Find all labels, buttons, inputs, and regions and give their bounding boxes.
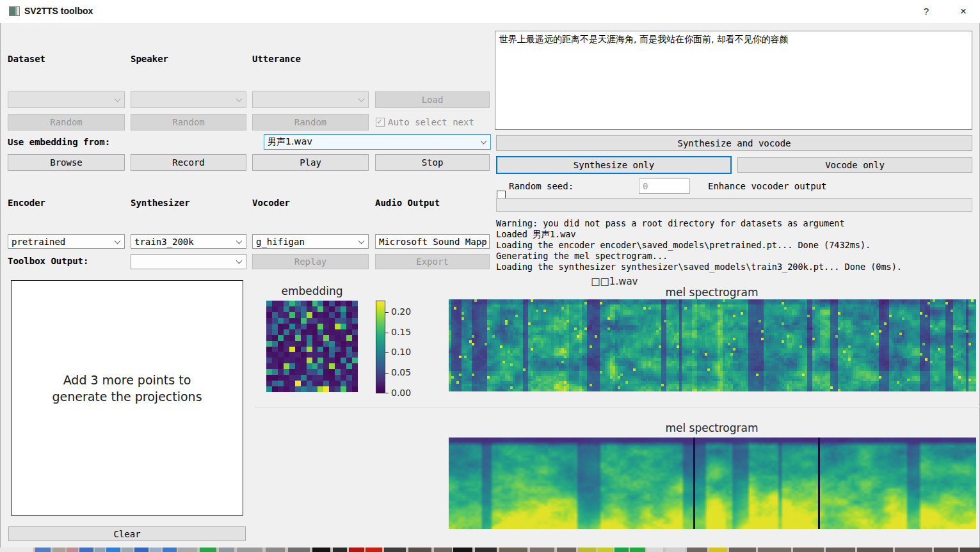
random-seed-label: Random seed:: [509, 181, 574, 191]
log-output: Warning: you did not pass a root directo…: [496, 218, 976, 272]
mel-spectrogram-bottom: [449, 438, 976, 529]
use-embedding-from-label: Use embedding from:: [8, 137, 110, 147]
colorbar-tick: [385, 393, 389, 393]
load-button[interactable]: Load: [375, 91, 490, 108]
audio-output-label: Audio Output: [375, 198, 440, 208]
vocoder-value: g_hifigan: [256, 237, 305, 247]
record-button[interactable]: Record: [131, 154, 246, 171]
log-line: Loaded 男声1.wav: [496, 229, 976, 240]
clear-button[interactable]: Clear: [8, 526, 246, 541]
browse-button[interactable]: Browse: [8, 154, 125, 171]
seed-value-field[interactable]: 0: [639, 178, 690, 194]
export-button[interactable]: Export: [375, 254, 490, 269]
vocoder-label: Vocoder: [252, 198, 290, 208]
chevron-down-icon: [358, 237, 365, 244]
toolbox-output-combo[interactable]: [131, 254, 246, 269]
dataset-combo[interactable]: [8, 91, 125, 108]
colorbar-tick-label: 0.00: [391, 388, 411, 398]
colorbar-tick: [385, 333, 389, 333]
play-button[interactable]: Play: [252, 154, 369, 171]
title-bar: SV2TTS toolbox ? ×: [0, 0, 980, 23]
chevron-down-icon: [236, 258, 243, 264]
synthesize-and-vocode-button[interactable]: Synthesize and vocode: [496, 135, 972, 151]
colorbar-tick: [385, 373, 389, 374]
enhance-vocoder-label: Enhance vocoder output: [708, 181, 826, 191]
chevron-down-icon: [236, 96, 243, 102]
toolbox-output-label: Toolbox Output:: [8, 256, 88, 266]
close-button[interactable]: ×: [949, 3, 977, 20]
embedding-source-combo[interactable]: 男声1.wav: [264, 134, 491, 150]
mel-spectrogram-title-top: mel spectrogram: [448, 286, 976, 299]
colorbar-tick-label: 0.15: [391, 327, 411, 337]
stop-button[interactable]: Stop: [375, 154, 490, 171]
log-line: Loading the synthesizer synthesizer\save…: [496, 262, 976, 272]
umap-projection-plot: Add 3 more points to generate the projec…: [11, 280, 243, 516]
embedding-plot-title: embedding: [266, 285, 358, 297]
projection-message-line2: generate the projections: [52, 389, 202, 406]
encoder-value: pretrained: [12, 237, 65, 247]
dataset-label: Dataset: [8, 54, 45, 64]
embedding-source-value: 男声1.wav: [268, 136, 312, 148]
colorbar-tick-label: 0.20: [391, 306, 411, 317]
progress-bar: [496, 198, 972, 212]
utterance-label: Utterance: [252, 54, 301, 64]
embedding-colorbar: [376, 301, 385, 393]
taskbar-strip: [0, 548, 980, 552]
encoder-label: Encoder: [8, 198, 45, 208]
auto-select-next-label: Auto select next: [388, 117, 474, 127]
audio-output-value: Microsoft Sound Mapp: [379, 237, 487, 247]
chevron-down-icon: [358, 96, 365, 102]
app-icon: [9, 6, 20, 16]
window-title: SV2TTS toolbox: [24, 6, 93, 16]
colorbar-tick: [385, 352, 389, 353]
speaker-label: Speaker: [131, 54, 168, 64]
vocode-only-button[interactable]: Vocode only: [737, 157, 972, 173]
replay-button[interactable]: Replay: [252, 254, 369, 269]
colorbar-tick: [385, 312, 389, 313]
mel-spectrogram-top: [449, 299, 976, 391]
log-line: Generating the mel spectrogram...: [496, 251, 976, 262]
synthesizer-label: Synthesizer: [131, 198, 190, 208]
auto-select-next-checkbox[interactable]: [376, 118, 385, 127]
figure-divider: [255, 407, 980, 407]
utterance-combo[interactable]: [252, 91, 369, 108]
chevron-down-icon: [481, 138, 487, 145]
synthesis-text-input[interactable]: 世界上最遥远的距离不是天涯海角, 而是我站在你面前, 却看不见你的容颜: [495, 31, 972, 130]
mel-spectrogram-title-bottom: mel spectrogram: [448, 422, 976, 434]
chevron-down-icon: [115, 96, 121, 102]
vocoder-combo[interactable]: g_hifigan: [252, 234, 369, 249]
synthesizer-combo[interactable]: train3_200k: [131, 234, 246, 249]
help-button[interactable]: ?: [912, 3, 940, 20]
synthesize-only-button[interactable]: Synthesize only: [496, 156, 732, 174]
audio-output-combo[interactable]: Microsoft Sound Mapp: [375, 234, 490, 249]
colorbar-tick-label: 0.10: [391, 347, 411, 357]
chevron-down-icon: [115, 237, 121, 244]
embedding-heatmap: [266, 301, 358, 392]
synthesizer-value: train3_200k: [134, 237, 194, 247]
chevron-down-icon: [236, 237, 243, 244]
encoder-combo[interactable]: pretrained: [8, 234, 125, 249]
projection-message-line1: Add 3 more points to: [52, 372, 202, 389]
random-dataset-button[interactable]: Random: [8, 114, 125, 130]
log-line: Loading the encoder encoder\saved_models…: [496, 240, 976, 251]
log-line: Warning: you did not pass a root directo…: [496, 218, 976, 229]
random-speaker-button[interactable]: Random: [131, 114, 246, 130]
projection-message: Add 3 more points to generate the projec…: [52, 372, 202, 405]
speaker-combo[interactable]: [131, 91, 246, 108]
colorbar-tick-label: 0.05: [391, 367, 411, 377]
random-utterance-button[interactable]: Random: [252, 114, 369, 130]
